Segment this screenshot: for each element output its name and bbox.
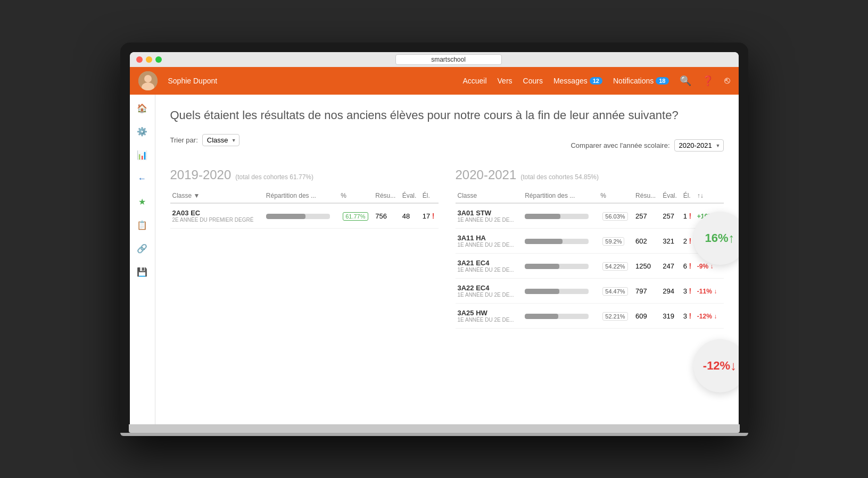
warn-icon: ! — [689, 312, 692, 320]
right-table-section: 2020-2021 (total des cohortes 54.85%) Cl… — [456, 167, 724, 329]
tables-row: 2019-2020 (total des cohortes 61.77%) Cl… — [170, 167, 724, 329]
left-table-section: 2019-2020 (total des cohortes 61.77%) Cl… — [170, 167, 439, 329]
diff-cell: -11% ↓ — [697, 288, 717, 295]
compare-label: Comparer avec l'année scolaire: — [571, 141, 669, 149]
class-sub: 2E ANNÉE DU PREMIER DEGRÉ — [172, 217, 262, 223]
el-cell: 17 ! — [420, 203, 439, 229]
sidebar-save[interactable]: 💾 — [135, 265, 150, 280]
nav-accueil[interactable]: Accueil — [462, 77, 486, 85]
messages-badge: 12 — [590, 77, 602, 85]
compare-select[interactable]: 2020-2021 — [674, 139, 724, 152]
compare-row: Comparer avec l'année scolaire: 2020-202… — [571, 139, 723, 152]
logout-icon[interactable]: ⎋ — [724, 75, 730, 86]
filter-label: Trier par: — [170, 136, 198, 144]
resu-cell: 602 — [633, 229, 660, 254]
progress-bar — [525, 289, 589, 294]
class-sub: 1E ANNÉE DU 2E DE... — [458, 292, 521, 298]
progress-bar — [266, 214, 330, 219]
arrow-down-icon: ↓ — [730, 358, 737, 373]
arrow-up-icon: ↑ — [729, 231, 735, 246]
sort-select[interactable]: Classe — [202, 134, 239, 146]
close-btn[interactable] — [136, 56, 143, 63]
left-col-resu: Résu... — [373, 189, 400, 203]
progress-fill — [525, 289, 559, 294]
left-year: 2019-2020 — [170, 167, 232, 182]
pct-badge: 52.21% — [602, 312, 627, 321]
page-question: Quels étaient les résultats de nos ancie… — [170, 107, 724, 124]
right-col-eval: Éval. — [660, 189, 681, 203]
help-icon[interactable]: ❓ — [702, 75, 714, 87]
left-data-table: Classe ▼ Répartition des ... % Résu... É… — [170, 189, 439, 229]
left-col-eval: Éval. — [400, 189, 420, 203]
resu-cell: 1250 — [633, 254, 660, 279]
nav-vers[interactable]: Vers — [498, 77, 512, 85]
messages-nav[interactable]: Messages 12 — [553, 77, 602, 85]
screen: smartschool Sophie Dupont Accueil Vers C… — [130, 52, 739, 424]
right-col-classe: Classe — [456, 189, 523, 203]
sidebar-chart[interactable]: 📊 — [135, 148, 150, 163]
el-cell: 6 ! — [681, 254, 695, 279]
eval-cell: 257 — [660, 203, 681, 229]
eval-cell: 319 — [660, 304, 681, 329]
class-name: 3A22 EC4 — [458, 284, 521, 292]
sidebar-home[interactable]: 🏠 — [135, 101, 150, 116]
warn-icon: ! — [432, 212, 435, 220]
url-bar[interactable]: smartschool — [395, 54, 502, 65]
filter-row: Trier par: Classe — [170, 134, 239, 146]
nav-cours[interactable]: Cours — [523, 77, 543, 85]
sort-select-wrapper[interactable]: Classe — [202, 134, 239, 146]
sidebar-settings[interactable]: ⚙️ — [135, 124, 150, 139]
notifications-badge: 18 — [656, 77, 668, 85]
progress-fill — [525, 314, 558, 319]
maximize-btn[interactable] — [155, 56, 162, 63]
pct-badge: 54.47% — [602, 287, 627, 296]
diff-cell: -9% ↓ — [697, 263, 714, 270]
class-name: 2A03 EC — [172, 209, 262, 217]
top-navigation: Sophie Dupont Accueil Vers Cours Message… — [130, 67, 739, 95]
class-sub: 1E ANNÉE DU 2E DE... — [458, 242, 521, 248]
resu-cell: 756 — [373, 203, 400, 229]
right-year-sub: (total des cohortes 54.85%) — [520, 173, 599, 181]
sidebar-table[interactable]: 📋 — [135, 218, 150, 233]
right-data-table: Classe Répartition des ... % Résu... Éva… — [456, 189, 724, 329]
right-col-sort[interactable]: ↑↓ — [695, 189, 724, 203]
progress-bar — [525, 314, 589, 319]
laptop-frame: smartschool Sophie Dupont Accueil Vers C… — [120, 43, 748, 436]
right-year: 2020-2021 — [456, 167, 517, 182]
titlebar: smartschool — [130, 52, 739, 67]
left-year-sub: (total des cohortes 61.77%) — [235, 173, 313, 181]
class-sub: 1E ANNÉE DU 2E DE... — [458, 317, 521, 323]
float-label-up: 16% — [705, 231, 728, 245]
left-year-header: 2019-2020 (total des cohortes 61.77%) — [170, 167, 439, 182]
pct-badge: 61.77% — [343, 212, 368, 221]
progress-fill — [525, 264, 559, 269]
class-sub: 1E ANNÉE DU 2E DE... — [458, 267, 521, 273]
minimize-btn[interactable] — [146, 56, 152, 63]
warn-icon: ! — [689, 237, 692, 245]
search-icon[interactable]: 🔍 — [680, 75, 691, 87]
warn-icon: ! — [689, 212, 692, 220]
pct-badge: 54.22% — [602, 262, 627, 271]
compare-select-wrapper[interactable]: 2020-2021 — [674, 139, 724, 152]
eval-cell: 321 — [660, 229, 681, 254]
sidebar: 🏠 ⚙️ 📊 ← ★ 📋 🔗 💾 — [130, 95, 155, 424]
table-row: 3A11 HA 1E ANNÉE DU 2E DE... 59.2% 602 3… — [456, 229, 724, 254]
right-col-el: Él. — [681, 189, 695, 203]
progress-fill — [266, 214, 305, 219]
left-col-el: Él. — [420, 189, 439, 203]
sidebar-star[interactable]: ★ — [135, 195, 150, 209]
class-name: 3A25 HW — [458, 309, 521, 317]
right-year-header: 2020-2021 (total des cohortes 54.85%) — [456, 167, 724, 182]
sidebar-link[interactable]: 🔗 — [135, 241, 150, 256]
table-row: 3A01 STW 1E ANNÉE DU 2E DE... 56.03% 257… — [456, 203, 724, 229]
sidebar-back[interactable]: ← — [135, 171, 150, 186]
table-row: 3A25 HW 1E ANNÉE DU 2E DE... 52.21% 609 … — [456, 304, 724, 329]
float-label-down: -12% — [703, 359, 730, 373]
eval-cell: 294 — [660, 279, 681, 304]
table-row: 2A03 EC 2E ANNÉE DU PREMIER DEGRÉ 61.77%… — [170, 203, 439, 229]
right-col-pct: % — [598, 189, 633, 203]
svg-point-1 — [144, 75, 152, 82]
notifications-nav[interactable]: Notifications 18 — [613, 77, 669, 85]
class-name: 3A11 HA — [458, 234, 521, 242]
el-cell: 3 ! — [681, 279, 695, 304]
